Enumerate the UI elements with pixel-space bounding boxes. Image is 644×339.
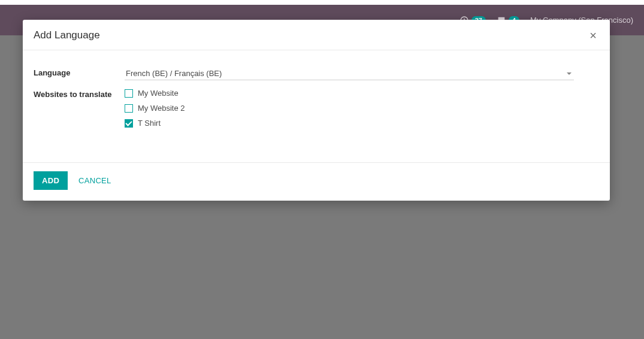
language-row: Language French (BE) / Français (BE): [34, 67, 599, 80]
website-option: My Website: [125, 89, 574, 98]
website-checkbox-t-shirt[interactable]: [125, 119, 133, 128]
website-option: T Shirt: [125, 119, 574, 128]
websites-row: Websites to translate My Website My Webs…: [34, 89, 599, 134]
website-option: My Website 2: [125, 104, 574, 113]
website-option-label: T Shirt: [138, 119, 161, 128]
language-select-wrap: French (BE) / Français (BE): [125, 67, 574, 80]
website-checkbox-my-website-2[interactable]: [125, 104, 133, 113]
modal-overlay: Add Language × Language French (BE) / Fr…: [0, 0, 644, 339]
add-language-modal: Add Language × Language French (BE) / Fr…: [23, 20, 610, 201]
websites-label: Websites to translate: [34, 89, 125, 99]
language-select-value: French (BE) / Français (BE): [126, 69, 222, 78]
websites-list: My Website My Website 2 T Shirt: [125, 89, 574, 134]
chevron-down-icon: [567, 72, 572, 75]
website-option-label: My Website 2: [138, 104, 185, 113]
language-select[interactable]: French (BE) / Français (BE): [125, 67, 574, 80]
website-option-label: My Website: [138, 89, 179, 98]
website-checkbox-my-website[interactable]: [125, 89, 133, 98]
modal-title: Add Language: [34, 29, 100, 41]
modal-body: Language French (BE) / Français (BE) Web…: [23, 50, 610, 162]
close-icon[interactable]: ×: [587, 29, 599, 41]
cancel-button[interactable]: Cancel: [78, 176, 111, 185]
language-label: Language: [34, 67, 125, 77]
modal-footer: Add Cancel: [23, 162, 610, 201]
modal-header: Add Language ×: [23, 20, 610, 50]
add-button[interactable]: Add: [34, 171, 68, 190]
